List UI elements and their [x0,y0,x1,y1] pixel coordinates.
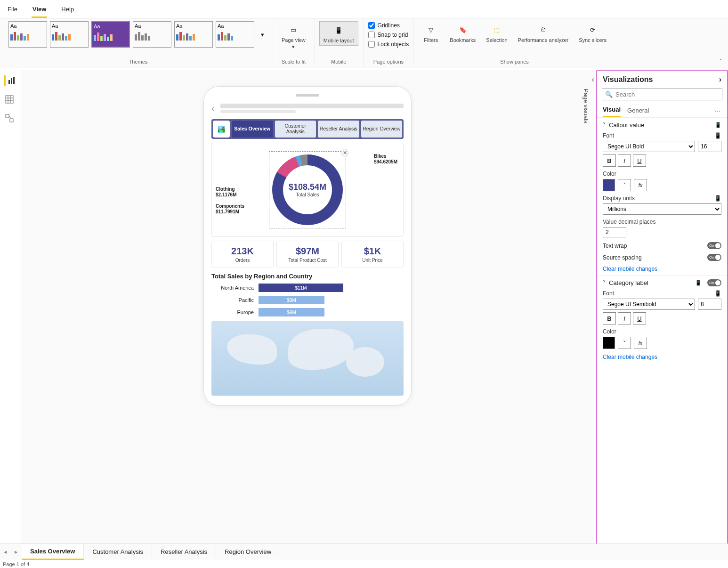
themes-dropdown[interactable]: ▾ [257,29,268,40]
kpi-cost[interactable]: $97MTotal Product Cost [276,241,339,268]
clear-mobile-changes-link[interactable]: Clear mobile changes [603,266,721,272]
menu-file[interactable]: File [7,3,18,18]
viz-tab-visual[interactable]: Visual [603,104,621,117]
theme-swatch-6[interactable]: Aa [216,21,254,48]
status-bar: Page 1 of 4 [3,561,29,567]
cat-font-size-input[interactable] [698,299,721,310]
report-nav-tabs: 🏞️ Sales Overview Customer Analysis Rese… [211,119,404,139]
ribbon-mobile-group: 📱 Mobile layout Mobile [315,18,364,67]
page-tab-customer-analysis[interactable]: Customer Analysis [84,544,152,559]
page-tab-reseller-analysis[interactable]: Reseller Analysis [152,544,216,559]
cat-underline-button[interactable]: U [633,312,646,325]
italic-button[interactable]: I [618,154,631,167]
tab-region-overview[interactable]: Region Overview [361,121,403,138]
theme-swatch-5[interactable]: Aa [174,21,213,48]
viz-tab-general[interactable]: General [627,105,649,117]
selection-icon: ⬚ [490,23,503,36]
kpi-unit-price[interactable]: $1KUnit Price [341,241,404,268]
bookmarks-pane-button[interactable]: 🔖Bookmarks [446,21,479,45]
font-family-select[interactable]: Segoe UI Bold [603,141,695,152]
selection-pane-button[interactable]: ⬚Selection [482,21,511,45]
fx-button[interactable]: fx [634,179,647,191]
tab-sales-overview[interactable]: Sales Overview [232,121,273,138]
page-tabs: ◂ ▸ Sales Overview Customer Analysis Res… [0,544,728,560]
font-size-input[interactable] [698,141,721,152]
svg-line-10 [9,116,11,119]
callout-value-header[interactable]: ˅ Callout value 📱 [603,122,721,129]
nav-report-icon[interactable] [4,75,15,86]
perf-pane-button[interactable]: ⏱Performance analyzer [514,21,573,45]
back-icon[interactable]: ‹ [211,103,215,114]
menu-view[interactable]: View [32,3,47,18]
mobile-layout-button[interactable]: 📱 Mobile layout [319,21,358,46]
bold-button[interactable]: B [603,154,616,167]
gridlines-check[interactable]: Gridlines [368,21,409,30]
donut-label-clothing: Clothing$2.1176M [216,187,236,198]
viz-search-input[interactable] [615,91,719,98]
cat-fx-button[interactable]: fx [634,337,647,349]
bar-row[interactable]: Pacific$9M [211,296,404,304]
theme-swatch-1[interactable]: Aa [8,21,47,48]
theme-swatch-3[interactable]: Aa [91,21,130,48]
tab-customer-analysis[interactable]: Customer Analysis [275,121,316,138]
bar-row[interactable]: North America$11M [211,284,404,292]
sync-pane-button[interactable]: ⟳Sync slicers [575,21,610,45]
ribbon-pageopt-label: Page options [373,59,404,66]
text-wrap-toggle[interactable]: On [707,242,721,249]
underline-button[interactable]: U [633,154,646,167]
display-units-select[interactable]: Millions [603,203,721,215]
page-tab-sales-overview[interactable]: Sales Overview [22,544,84,560]
chevron-down-icon: ˅ [603,122,606,129]
text-wrap-label: Text wrap [603,243,627,249]
page-visuals-tab[interactable]: Page visuals [582,89,590,123]
page-view-icon: ▭ [287,23,300,36]
category-label-header[interactable]: ˅ Category label 📱 On [603,279,721,286]
donut-visual[interactable]: Bikes$94.6205M Clothing$2.1176M Componen… [211,143,404,237]
phone-header: ‹ [211,103,404,114]
tab-reseller-analysis[interactable]: Reseller Analysis [318,121,359,138]
filters-pane-button[interactable]: ▽Filters [419,21,443,45]
page-prev-icon[interactable]: ◂ [0,548,11,555]
ribbon-themes-label: Themes [129,59,148,66]
cat-font-select[interactable]: Segoe UI Semibold [603,299,695,310]
color-dropdown[interactable]: ˅ [618,179,631,191]
ribbon-collapse-icon[interactable]: ˄ [719,58,722,65]
menu-help[interactable]: Help [60,3,75,18]
page-view-button[interactable]: ▭ Page view ▾ [278,21,309,51]
map-visual[interactable] [211,321,404,396]
cat-bold-button[interactable]: B [603,312,616,325]
decimals-input[interactable] [603,227,626,237]
nav-data-icon[interactable] [4,94,15,105]
bar-row[interactable]: Europe$9M [211,308,404,316]
close-visual-icon[interactable]: ✕ [341,149,348,156]
page-tab-region-overview[interactable]: Region Overview [216,544,280,559]
viz-panel-title: Visualizations [603,75,653,84]
color-swatch[interactable] [603,179,615,191]
nav-model-icon[interactable] [4,113,15,123]
lock-check[interactable]: Lock objects [368,40,409,49]
ribbon-panes-group: ▽Filters 🔖Bookmarks ⬚Selection ⏱Performa… [414,18,615,67]
clear-mobile-changes-link-2[interactable]: Clear mobile changes [603,354,721,360]
viz-more-icon[interactable]: ⋯ [714,107,721,114]
cat-color-dropdown[interactable]: ˅ [618,337,631,349]
mobile-override-icon: 📱 [714,195,721,202]
ribbon: Aa Aa Aa Aa Aa Aa ▾ Themes ▭ Page view ▾… [0,18,728,67]
theme-swatch-2[interactable]: Aa [50,21,89,48]
snap-check[interactable]: Snap to grid [368,31,409,39]
cat-color-swatch[interactable] [603,337,615,349]
panel-collapse-icon[interactable]: ‹ [592,75,594,84]
source-spacing-toggle[interactable]: On [707,254,721,261]
page-next-icon[interactable]: ▸ [11,548,22,555]
kpi-orders[interactable]: 213KOrders [211,241,274,268]
theme-swatch-4[interactable]: Aa [133,21,171,48]
mobile-override-icon: 📱 [714,132,721,139]
viz-panel-expand-icon[interactable]: › [719,75,721,84]
ribbon-mobile-label: Mobile [331,59,346,66]
cat-italic-button[interactable]: I [618,312,631,325]
donut-selection-box[interactable]: ✕ $108.54M Total Sales [269,151,346,228]
category-label-toggle[interactable]: On [707,279,721,286]
source-spacing-label: Source spacing [603,254,642,261]
ribbon-scale-group: ▭ Page view ▾ Scale to fit [273,18,315,67]
ribbon-themes-group: Aa Aa Aa Aa Aa Aa ▾ Themes [4,18,273,67]
viz-search[interactable]: 🔍 [602,89,722,100]
